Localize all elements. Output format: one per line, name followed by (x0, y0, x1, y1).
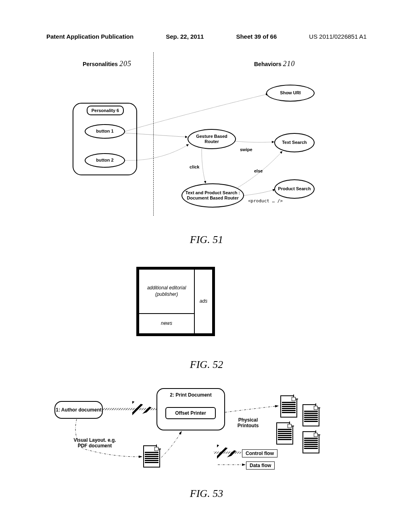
figure-53: 1: Author document 2: Print Document Off… (52, 385, 335, 484)
figure-51: Personalities 205 Behaviors 210 Personal… (69, 52, 347, 222)
document-router-node: Text and Product Search : Document Based… (181, 183, 244, 208)
pub-date: Sep. 22, 2011 (166, 33, 204, 40)
fig53-caption: FIG. 53 (0, 488, 413, 500)
pub-number: US 2011/0226851 A1 (309, 33, 367, 40)
news-cell: news (139, 314, 194, 334)
editorial-cell: additional editorial (publisher) (139, 269, 194, 314)
edge-label-else: else (254, 168, 263, 173)
gesture-router-node: Gesture Based Router (188, 129, 236, 149)
figure-52: additional editorial (publisher) news ad… (136, 267, 215, 336)
product-search-node: Product Search (274, 179, 315, 199)
author-document-node: 1: Author document (54, 401, 103, 419)
personality-6-label: Personality 6 (87, 106, 124, 115)
edge-label-product: <product … /> (248, 198, 283, 204)
pub-type: Patent Application Publication (46, 33, 133, 40)
physical-printouts-label: Physical Printouts (232, 417, 264, 429)
document-icon (280, 395, 297, 418)
document-icon (276, 422, 293, 445)
page-header: Patent Application Publication Sep. 22, … (46, 33, 367, 40)
ads-cell: ads (194, 269, 213, 334)
fig52-caption: FIG. 52 (0, 359, 413, 371)
legend-control-flow: Control flow (242, 449, 277, 457)
behaviors-section-title: Behaviors 210 (254, 60, 295, 68)
edge-label-swipe: swipe (240, 147, 252, 152)
offset-printer-node: Offset Printer (165, 407, 216, 419)
document-icon (302, 431, 319, 453)
edge-label-click: click (190, 164, 199, 169)
show-uri-node: Show URI (266, 85, 315, 102)
document-icon (302, 404, 319, 426)
text-search-node: Text Search (274, 133, 315, 152)
personalities-section-title: Personalities 205 (83, 60, 131, 68)
legend-data-flow: Data flow (246, 461, 275, 470)
fig51-caption: FIG. 51 (0, 234, 413, 246)
sheet-num: Sheet 39 of 66 (236, 33, 277, 40)
visual-layout-label: Visual Layout. e.g. PDF document (69, 437, 121, 449)
document-icon (143, 445, 160, 468)
divider-axis (153, 52, 154, 216)
button-1-node: button 1 (85, 124, 125, 139)
button-2-node: button 2 (85, 153, 125, 168)
